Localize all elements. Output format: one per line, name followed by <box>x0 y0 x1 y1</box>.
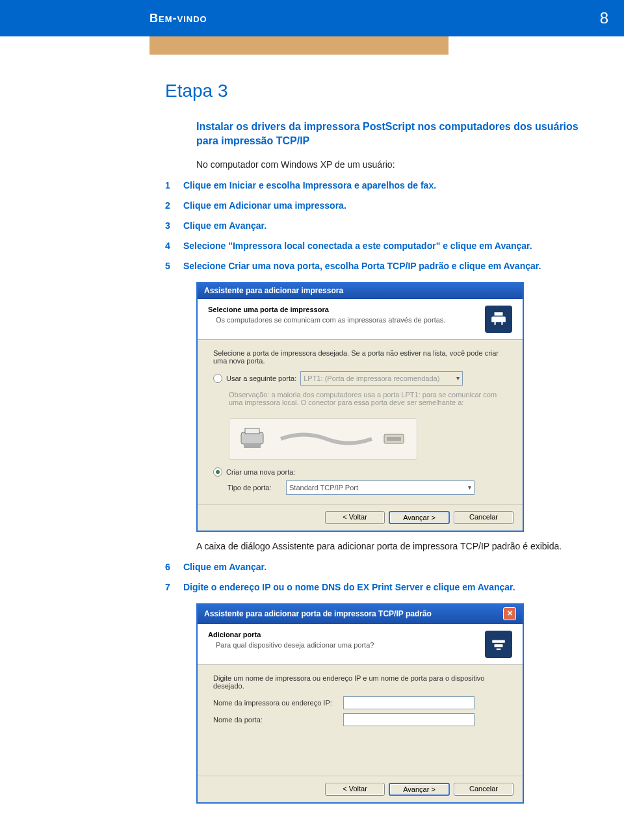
network-printer-icon <box>485 631 512 658</box>
port-type-value: Standard TCP/IP Port <box>289 484 358 492</box>
radio-icon <box>213 374 222 383</box>
step-7: 7Digite o endereço IP ou o nome DNS do E… <box>165 581 585 594</box>
close-icon[interactable]: ✕ <box>503 607 516 620</box>
dialog1-body: Selecione a porta de impressora desejada… <box>198 340 523 504</box>
step-list-1: 1Clique em Iniciar e escolha Impressora … <box>165 179 585 273</box>
svg-rect-4 <box>387 437 401 441</box>
dialog2-body: Digite um nome de impressora ou endereço… <box>198 665 523 776</box>
use-port-option[interactable]: Usar a seguinte porta: LPT1: (Porta de i… <box>213 371 507 386</box>
create-port-option[interactable]: Criar uma nova porta: <box>213 467 507 477</box>
post-dialog-text: A caixa de diálogo Assistente para adici… <box>165 541 585 551</box>
install-heading: Instalar os drivers da impressora PostSc… <box>165 120 585 149</box>
back-button[interactable]: < Voltar <box>325 511 385 524</box>
step-5: 5Selecione Criar uma nova porta, escolha… <box>165 259 585 273</box>
printer-icon <box>485 306 512 333</box>
page-number: 8 <box>600 9 608 27</box>
port-type-combo[interactable]: Standard TCP/IP Port ▾ <box>286 480 474 495</box>
portname-field-row: Nome da porta: <box>213 713 507 726</box>
create-port-label: Criar uma nova porta: <box>226 468 295 476</box>
dialog2-header: Adicionar porta Para qual dispositivo de… <box>198 624 523 665</box>
dialog2-head-title: Adicionar porta <box>208 631 478 638</box>
header-title: Bem-vindo <box>150 12 207 25</box>
port-type-label: Tipo de porta: <box>228 484 282 492</box>
step-2: 2Clique em Adicionar uma impressora. <box>165 199 585 213</box>
port-note: Observação: a maioria dos computadores u… <box>229 391 507 406</box>
dialog2-intro: Digite um nome de impressora ou endereço… <box>213 674 507 690</box>
dialog2-title: Assistente para adicionar porta de impre… <box>204 609 432 618</box>
dialog1-header: Selecione uma porta de impressora Os com… <box>198 299 523 340</box>
step-3: 3Clique em Avançar. <box>165 219 585 233</box>
step-6: 6Clique em Avançar. <box>165 560 585 574</box>
printer-cable-illustration <box>229 418 417 460</box>
next-button[interactable]: Avançar > <box>389 511 450 524</box>
add-printer-dialog: Assistente para adicionar impressora Sel… <box>196 282 524 532</box>
step-list-2: 6Clique em Avançar. 7Digite o endereço I… <box>165 560 585 594</box>
chevron-down-icon: ▾ <box>456 374 460 382</box>
step-4: 4Selecione "Impressora local conectada a… <box>165 239 585 253</box>
portname-input[interactable] <box>343 713 474 726</box>
port-illustration-row <box>229 414 507 460</box>
chevron-down-icon: ▾ <box>468 484 471 491</box>
dialog2-titlebar: Assistente para adicionar porta de impre… <box>198 603 523 624</box>
dialog1-titlebar: Assistente para adicionar impressora <box>198 282 523 299</box>
port-type-row: Tipo de porta: Standard TCP/IP Port ▾ <box>228 480 507 495</box>
ip-input[interactable] <box>343 696 474 709</box>
port-combo-value: LPT1: (Porta de impressora recomendada) <box>304 374 439 382</box>
svg-rect-0 <box>241 432 263 444</box>
dialog1-head-title: Selecione uma porta de impressora <box>208 306 478 313</box>
content-area: Etapa 3 Instalar os drivers da impressor… <box>165 81 585 804</box>
radio-checked-icon <box>213 467 222 477</box>
dialog1-buttons: < Voltar Avançar > Cancelar <box>198 504 523 531</box>
tcpip-port-dialog: Assistente para adicionar porta de impre… <box>196 603 524 804</box>
dialog1-head-sub: Os computadores se comunicam com as impr… <box>216 316 478 324</box>
portname-label: Nome da porta: <box>213 716 343 724</box>
ip-field-row: Nome da impressora ou endereço IP: <box>213 696 507 709</box>
cancel-button[interactable]: Cancelar <box>454 511 514 524</box>
dialog1-title: Assistente para adicionar impressora <box>204 286 343 295</box>
accent-bar <box>150 36 448 55</box>
svg-rect-1 <box>245 428 259 434</box>
cancel-button[interactable]: Cancelar <box>454 783 514 796</box>
stage-title: Etapa 3 <box>165 81 585 101</box>
back-button[interactable]: < Voltar <box>325 783 385 796</box>
intro-line: No computador com Windows XP de um usuár… <box>165 159 585 170</box>
svg-rect-2 <box>244 444 261 448</box>
step-1: 1Clique em Iniciar e escolha Impressora … <box>165 179 585 192</box>
ip-label: Nome da impressora ou endereço IP: <box>213 699 343 707</box>
port-combo[interactable]: LPT1: (Porta de impressora recomendada) … <box>300 371 463 386</box>
page-header: Bem-vindo 8 <box>0 0 624 36</box>
use-port-label: Usar a seguinte porta: <box>226 374 296 382</box>
dialog1-intro: Selecione a porta de impressora desejada… <box>213 349 507 365</box>
dialog2-head-sub: Para qual dispositivo deseja adicionar u… <box>216 641 478 649</box>
next-button[interactable]: Avançar > <box>389 783 450 796</box>
dialog2-buttons: < Voltar Avançar > Cancelar <box>198 776 523 802</box>
